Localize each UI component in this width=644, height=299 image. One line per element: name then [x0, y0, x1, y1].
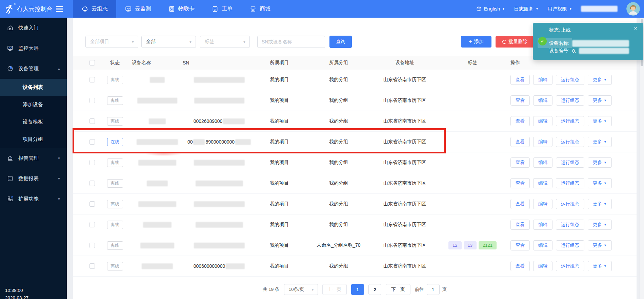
run-scada-button[interactable]: 运行组态	[556, 137, 584, 147]
select-all-checkbox[interactable]	[89, 60, 95, 66]
device-name-cell	[132, 98, 183, 104]
view-button[interactable]: 查看	[510, 220, 530, 230]
status-filter-select[interactable]: 全部▼	[141, 36, 196, 48]
next-page-label: 下一页	[391, 286, 405, 293]
prev-page-button[interactable]: 上一页	[322, 284, 347, 295]
device-name-cell	[132, 160, 183, 166]
run-scada-button[interactable]: 运行组态	[556, 178, 584, 188]
more-button[interactable]: 更多▼	[588, 95, 612, 106]
redacted-blur	[142, 263, 173, 269]
edit-button[interactable]: 编辑	[533, 157, 552, 168]
run-scada-button[interactable]: 运行组态	[556, 199, 584, 209]
add-button[interactable]: +添加	[461, 36, 491, 48]
hamburger-menu-icon[interactable]	[56, 6, 63, 12]
address-cell: 山东省济南市历下区	[374, 242, 435, 248]
sidebar-item-quick-start[interactable]: 快速入门	[0, 18, 67, 38]
actions-cell: 查看编辑运行组态更多▼	[510, 240, 637, 250]
more-button[interactable]: 更多▼	[588, 220, 612, 230]
sidebar-item-add-device[interactable]: 添加设备	[0, 96, 67, 113]
search-input[interactable]	[262, 39, 321, 44]
row-checkbox[interactable]	[89, 222, 95, 227]
row-checkbox[interactable]	[89, 118, 95, 124]
language-switch[interactable]: English ▼	[476, 6, 505, 12]
page-number-1[interactable]: 1	[351, 284, 364, 295]
edit-button[interactable]: 编辑	[533, 220, 552, 230]
view-button[interactable]: 查看	[510, 178, 530, 188]
sidebar-item-device-template[interactable]: 设备模板	[0, 113, 67, 131]
more-button[interactable]: 更多▼	[588, 199, 612, 209]
view-button[interactable]: 查看	[510, 95, 530, 106]
action-label: 编辑	[538, 222, 547, 228]
view-button[interactable]: 查看	[510, 75, 530, 85]
page-size-select[interactable]: 10条/页▼	[284, 284, 318, 295]
batch-delete-button[interactable]: 批量删除	[496, 36, 534, 48]
search-button[interactable]: 查询	[329, 36, 352, 48]
run-scada-button[interactable]: 运行组态	[556, 220, 584, 230]
next-page-button[interactable]: 下一页	[386, 284, 410, 295]
view-button[interactable]: 查看	[510, 137, 530, 147]
row-checkbox[interactable]	[89, 181, 95, 186]
close-icon[interactable]: ×	[634, 25, 637, 31]
device-name-parts	[132, 181, 183, 186]
edit-button[interactable]: 编辑	[533, 116, 552, 126]
avatar[interactable]	[626, 2, 640, 16]
row-checkbox[interactable]	[89, 243, 95, 248]
more-button[interactable]: 更多▼	[588, 261, 612, 271]
row-checkbox[interactable]	[89, 98, 95, 103]
run-scada-button[interactable]: 运行组态	[556, 75, 584, 85]
nav-tab-cloud-scada[interactable]: 云组态	[73, 0, 116, 18]
run-scada-button[interactable]: 运行组态	[556, 240, 584, 250]
nav-tab-mall[interactable]: 商城	[241, 0, 279, 18]
chevron-down-icon: ▼	[536, 7, 539, 11]
sidebar-item-extended-function[interactable]: 扩展功能▼	[0, 189, 67, 209]
sidebar-item-project-group[interactable]: 项目分组	[0, 131, 67, 148]
goto-page-input[interactable]	[427, 284, 440, 295]
sidebar-item-device-list[interactable]: 设备列表	[0, 79, 67, 96]
sidebar-item-monitor-screen[interactable]: 监控大屏	[0, 38, 67, 58]
sidebar-item-data-report[interactable]: 数据报表▼	[0, 168, 67, 189]
device-name-parts	[132, 222, 183, 228]
view-button[interactable]: 查看	[510, 199, 530, 209]
run-scada-button[interactable]: 运行组态	[556, 261, 584, 271]
row-checkbox[interactable]	[89, 201, 95, 207]
tag-filter-select[interactable]: 标签▼	[200, 36, 250, 48]
nav-tab-cloud-monitor[interactable]: 云监测	[116, 0, 160, 18]
edit-button[interactable]: 编辑	[533, 261, 552, 271]
view-button[interactable]: 查看	[510, 116, 530, 126]
edit-button[interactable]: 编辑	[533, 199, 552, 209]
more-button[interactable]: 更多▼	[588, 178, 612, 188]
chevron-down-icon: ▼	[502, 7, 505, 11]
sidebar-item-alarm-management[interactable]: 报警管理▼	[0, 148, 67, 168]
view-button[interactable]: 查看	[510, 240, 530, 250]
run-scada-button[interactable]: 运行组态	[556, 95, 584, 106]
more-button[interactable]: 更多▼	[588, 137, 612, 147]
edit-button[interactable]: 编辑	[533, 75, 552, 85]
project-filter-select[interactable]: 全部项目▼	[85, 36, 138, 48]
more-button[interactable]: 更多▼	[588, 240, 612, 250]
nav-menu-user-permission[interactable]: 用户权限▼	[547, 6, 572, 12]
edit-button[interactable]: 编辑	[533, 95, 552, 106]
page-number-2[interactable]: 2	[368, 284, 381, 295]
edit-button[interactable]: 编辑	[533, 240, 552, 250]
edit-button[interactable]: 编辑	[533, 137, 552, 147]
sn-parts	[183, 222, 256, 228]
sidebar-item-label: 数据报表	[18, 175, 39, 182]
more-button[interactable]: 更多▼	[588, 116, 612, 126]
nav-menu-log-service[interactable]: 日志服务▼	[514, 6, 539, 12]
run-scada-button[interactable]: 运行组态	[556, 116, 584, 126]
row-checkbox[interactable]	[89, 77, 95, 82]
nav-tab-work-order[interactable]: 工单	[203, 0, 241, 18]
device-name-cell	[132, 139, 183, 145]
edit-button[interactable]: 编辑	[533, 178, 552, 188]
row-checkbox[interactable]	[89, 160, 95, 165]
sidebar-item-device-management[interactable]: 设备管理▲	[0, 58, 67, 79]
more-button[interactable]: 更多▼	[588, 157, 612, 168]
run-scada-button[interactable]: 运行组态	[556, 157, 584, 168]
row-checkbox[interactable]	[89, 263, 95, 269]
nav-tab-iot-card[interactable]: 物联卡	[160, 0, 203, 18]
row-checkbox[interactable]	[89, 139, 95, 145]
view-button[interactable]: 查看	[510, 157, 530, 168]
view-button[interactable]: 查看	[510, 261, 530, 271]
more-button[interactable]: 更多▼	[588, 75, 612, 85]
sidebar-item-label: 报警管理	[18, 155, 39, 162]
